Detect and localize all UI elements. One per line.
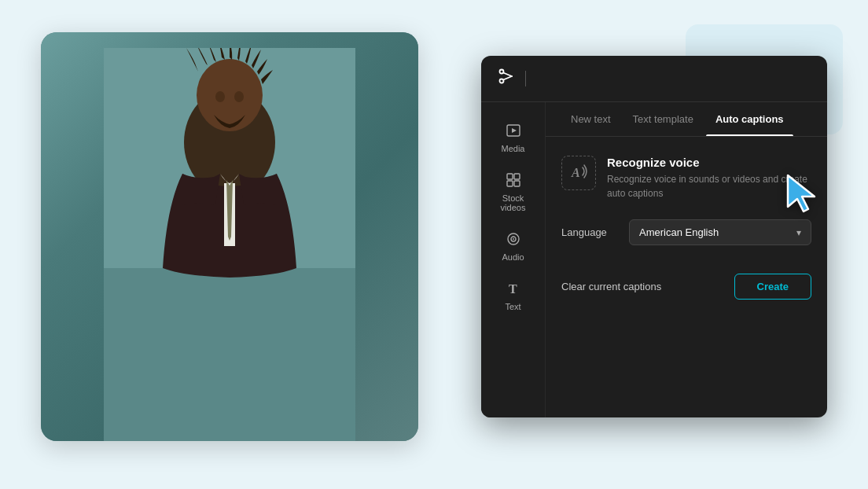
recognize-voice-icon: A xyxy=(568,161,589,186)
scissors-icon xyxy=(497,67,516,86)
sidebar: Media Stock videos xyxy=(481,102,546,417)
recognize-icon-box: A xyxy=(561,156,596,190)
media-icon xyxy=(506,123,521,141)
photo-card xyxy=(41,32,418,441)
capcut-panel: Media Stock videos xyxy=(481,56,827,417)
panel-body: Media Stock videos xyxy=(481,102,827,417)
photo-background xyxy=(41,32,418,441)
language-selected-value: American English xyxy=(639,226,719,238)
svg-text:A: A xyxy=(571,166,580,179)
tabs-bar: New text Text template Auto captions xyxy=(546,102,827,137)
svg-point-3 xyxy=(197,59,263,131)
main-content: New text Text template Auto captions A xyxy=(546,102,827,417)
tab-auto-captions[interactable]: Auto captions xyxy=(706,102,793,136)
header-divider xyxy=(525,71,526,86)
svg-rect-16 xyxy=(514,181,520,186)
svg-marker-22 xyxy=(788,175,815,211)
panel-header xyxy=(481,56,827,102)
svg-line-10 xyxy=(503,76,512,80)
svg-point-5 xyxy=(215,91,225,102)
cursor-pointer-icon xyxy=(782,172,822,213)
sidebar-item-stock-videos[interactable]: Stock videos xyxy=(486,164,541,220)
chevron-down-icon: ▾ xyxy=(796,227,801,238)
svg-rect-15 xyxy=(507,181,513,186)
svg-rect-13 xyxy=(507,174,513,179)
sidebar-stock-label: Stock videos xyxy=(489,193,538,212)
language-row: Language American English ▾ xyxy=(546,213,827,252)
clear-captions-button[interactable]: Clear current captions xyxy=(561,274,661,299)
recognize-text-block: Recognize voice Recognize voice in sound… xyxy=(607,156,811,200)
language-select-dropdown[interactable]: American English ▾ xyxy=(629,219,811,245)
svg-line-9 xyxy=(503,73,512,77)
create-button[interactable]: Create xyxy=(734,274,811,300)
sidebar-media-label: Media xyxy=(502,144,525,153)
sidebar-item-text[interactable]: T Text xyxy=(486,273,541,319)
sidebar-audio-label: Audio xyxy=(502,252,524,262)
scene-container: Media Stock videos xyxy=(41,24,827,465)
recognize-title: Recognize voice xyxy=(607,156,811,169)
capcut-logo xyxy=(497,67,516,90)
svg-marker-12 xyxy=(512,128,517,133)
audio-icon xyxy=(506,231,521,249)
sidebar-item-audio[interactable]: Audio xyxy=(486,223,541,270)
svg-rect-14 xyxy=(514,174,520,179)
recognize-description: Recognize voice in sounds or videos and … xyxy=(607,172,811,200)
svg-point-19 xyxy=(513,238,514,240)
sidebar-text-label: Text xyxy=(505,302,520,311)
sidebar-item-media[interactable]: Media xyxy=(486,115,541,161)
actions-row: Clear current captions Create xyxy=(546,258,827,315)
stock-videos-icon xyxy=(506,172,521,190)
text-icon: T xyxy=(506,281,521,299)
svg-text:T: T xyxy=(509,282,517,296)
language-label: Language xyxy=(561,226,616,238)
svg-point-6 xyxy=(234,91,244,102)
tab-new-text[interactable]: New text xyxy=(561,102,620,136)
tab-text-template[interactable]: Text template xyxy=(623,102,703,136)
person-silhouette xyxy=(104,48,355,441)
